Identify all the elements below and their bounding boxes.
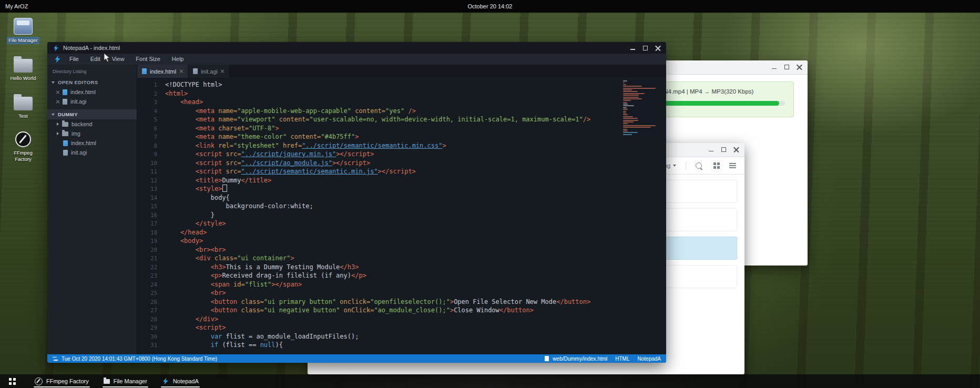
- close-icon[interactable]: [797, 64, 802, 70]
- minimap-line: [623, 120, 638, 121]
- minimize-icon[interactable]: [708, 147, 714, 152]
- code-line-28[interactable]: 28 </div>: [137, 315, 666, 324]
- code-text: <head>: [165, 98, 203, 107]
- code-line-30[interactable]: 30 var flist = ao_module_loadInputFiles(…: [137, 332, 666, 341]
- code-text: <script>: [165, 323, 226, 332]
- code-text: <h3>This is a Dummy Testing Module</h3>: [165, 263, 359, 272]
- code-line-9[interactable]: 9 <script src="../script/jquery.min.js">…: [137, 150, 666, 159]
- taskbar-item-label: FFmpeg Factory: [46, 378, 89, 384]
- code-line-7[interactable]: 7 <meta name="theme-color" content="#4b7…: [137, 132, 666, 141]
- menu-help[interactable]: Help: [166, 56, 190, 62]
- close-file-icon[interactable]: [56, 100, 59, 104]
- close-tab-icon[interactable]: [179, 69, 183, 73]
- desktop-icon-ffmpeg-factory[interactable]: FFmpeg Factory: [4, 131, 42, 163]
- chevron-down-icon: [52, 81, 55, 84]
- minimap[interactable]: [623, 80, 660, 135]
- file-manager-window-controls: [701, 147, 739, 152]
- code-line-3[interactable]: 3 <head>: [137, 98, 666, 107]
- minimize-icon[interactable]: [771, 64, 777, 70]
- code-text: <button class="ui primary button" onclic…: [165, 298, 590, 307]
- tree-item-index.html[interactable]: index.html: [47, 138, 137, 148]
- menu-edit[interactable]: Edit: [85, 56, 106, 62]
- menu-view[interactable]: View: [106, 56, 130, 62]
- code-line-13[interactable]: 13 <style>: [137, 185, 666, 193]
- code-text: <title>Dummy</title>: [165, 176, 271, 185]
- status-datetime: Tue Oct 20 2020 14:01:43 GMT+0800 (Hong …: [62, 356, 217, 362]
- code-line-26[interactable]: 26 <button class="ui primary button" onc…: [137, 298, 666, 307]
- minimize-icon[interactable]: [630, 45, 636, 51]
- project-folder-header[interactable]: DUMMY: [47, 109, 137, 119]
- tree-item-backend[interactable]: backend: [47, 119, 137, 129]
- taskbar-item-notepada[interactable]: NotepadA: [155, 374, 206, 388]
- code-line-14[interactable]: 14 body{: [137, 193, 666, 202]
- code-lines[interactable]: 1<!DOCTYPE html>2<html>3 <head>4 <meta n…: [137, 78, 666, 354]
- maximize-icon[interactable]: [642, 45, 648, 51]
- open-editors-section-header[interactable]: OPEN EDITORS: [47, 77, 137, 87]
- desktop-icon-test[interactable]: Test: [4, 94, 42, 120]
- code-text: <meta charset="UTF-8">: [165, 124, 279, 133]
- code-line-18[interactable]: 18 </head>: [137, 228, 666, 237]
- aroz-menu[interactable]: My ArOZ: [5, 3, 28, 9]
- tab-index.html[interactable]: index.html: [137, 65, 188, 78]
- notepada-window: NotepadA - index.html FileEditViewFont S…: [47, 42, 666, 363]
- close-icon[interactable]: [655, 45, 661, 51]
- notepada-titlebar[interactable]: NotepadA - index.html: [47, 42, 666, 54]
- tab-init.agi[interactable]: init.agi: [188, 65, 230, 78]
- tree-item-init.agi[interactable]: init.agi: [47, 148, 137, 157]
- grid-view-icon[interactable]: [713, 162, 716, 165]
- line-number: 10: [137, 159, 165, 168]
- code-line-5[interactable]: 5 <meta name="viewport" content="user-sc…: [137, 115, 666, 124]
- folder-icon: [14, 97, 33, 110]
- code-line-11[interactable]: 11 <script src="../script/semantic/seman…: [137, 167, 666, 176]
- search-icon[interactable]: [696, 162, 702, 169]
- chevron-down-icon: [673, 165, 676, 167]
- code-line-4[interactable]: 4 <meta name="apple-mobile-web-app-capab…: [137, 107, 666, 116]
- code-line-21[interactable]: 21 <div class="ui container">: [137, 254, 666, 263]
- code-line-2[interactable]: 2<html>: [137, 89, 666, 98]
- code-line-6[interactable]: 6 <meta charset="UTF-8">: [137, 124, 666, 133]
- code-text: body{: [165, 193, 230, 202]
- maximize-icon[interactable]: [721, 147, 727, 152]
- list-view-icon[interactable]: [729, 163, 736, 164]
- start-button[interactable]: [4, 374, 20, 388]
- code-line-23[interactable]: 23 <p>Received drag-in filelist (if any)…: [137, 271, 666, 280]
- open-editor-item[interactable]: init.agi: [47, 97, 137, 106]
- code-line-25[interactable]: 25 <br>: [137, 289, 666, 298]
- code-line-20[interactable]: 20 <br><br>: [137, 246, 666, 254]
- maximize-icon[interactable]: [784, 64, 790, 70]
- code-line-24[interactable]: 24 <span id="flist"></span>: [137, 280, 666, 289]
- close-file-icon[interactable]: [56, 90, 59, 94]
- project-folder-label: DUMMY: [58, 111, 78, 117]
- minimap-line: [623, 118, 638, 119]
- code-line-29[interactable]: 29 <script>: [137, 323, 666, 332]
- code-text: <!DOCTYPE html>: [165, 80, 222, 89]
- ffmpeg-icon: [15, 131, 31, 147]
- text-cursor: [222, 185, 227, 192]
- close-tab-icon[interactable]: [221, 69, 224, 73]
- code-line-22[interactable]: 22 <h3>This is a Dummy Testing Module</h…: [137, 263, 666, 272]
- tree-item-img[interactable]: img: [47, 129, 137, 138]
- minimap-line: [623, 82, 625, 83]
- code-line-17[interactable]: 17 </style>: [137, 219, 666, 228]
- code-line-15[interactable]: 15 background-color:white;: [137, 202, 666, 211]
- desktop-icon-hello-world[interactable]: Hello World: [4, 56, 42, 82]
- line-number: 4: [137, 107, 165, 116]
- taskbar-item-file-manager[interactable]: File Manager: [96, 374, 155, 388]
- menu-file[interactable]: File: [64, 56, 85, 62]
- code-line-31[interactable]: 31 if (flist == null){: [137, 341, 666, 350]
- code-line-27[interactable]: 27 <button class="ui negative button" on…: [137, 306, 666, 315]
- code-line-1[interactable]: 1<!DOCTYPE html>: [137, 80, 666, 89]
- open-editor-item[interactable]: index.html: [47, 87, 137, 97]
- desktop-icon-file-manager[interactable]: File Manager: [4, 18, 42, 44]
- line-number: 15: [137, 202, 165, 211]
- code-line-8[interactable]: 8 <link rel="stylesheet" href="../script…: [137, 141, 666, 150]
- taskbar-item-ffmpeg-factory[interactable]: FFmpeg Factory: [27, 374, 96, 388]
- code-line-12[interactable]: 12 <title>Dummy</title>: [137, 176, 666, 185]
- code-line-16[interactable]: 16 }: [137, 211, 666, 220]
- close-icon[interactable]: [733, 147, 739, 152]
- code-text: </div>: [165, 315, 218, 324]
- menu-font-size[interactable]: Font Size: [130, 56, 166, 62]
- code-line-10[interactable]: 10 <script src="../script/ao_module.js">…: [137, 159, 666, 168]
- line-number: 26: [137, 298, 165, 307]
- code-line-19[interactable]: 19 <body>: [137, 237, 666, 246]
